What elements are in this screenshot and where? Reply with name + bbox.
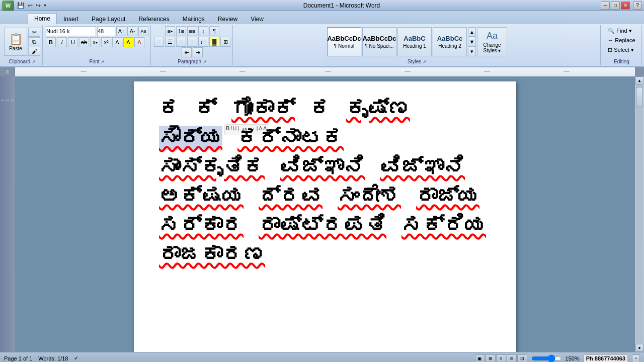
word-ka1: ಕ xyxy=(159,97,180,121)
help-button[interactable]: ? xyxy=(633,2,642,10)
find-button[interactable]: 🔍 Find ▾ xyxy=(606,26,637,35)
word-karnataka: ಕರ್ನಾಟಕ xyxy=(237,126,344,150)
font-size-input[interactable] xyxy=(97,26,115,36)
quick-access-more[interactable]: ▾ xyxy=(44,3,46,8)
tab-references[interactable]: References xyxy=(132,13,176,24)
underline-button[interactable]: U xyxy=(68,37,78,47)
window-title: Document1 - Microsoft Word xyxy=(83,2,601,9)
tab-home[interactable]: Home xyxy=(28,13,57,24)
show-para-button[interactable]: ¶ xyxy=(209,26,219,36)
align-right-button[interactable]: ≡ xyxy=(176,37,186,47)
grow-font-button[interactable]: A+ xyxy=(116,26,126,36)
spell-check-icon[interactable]: ✓ xyxy=(74,355,78,361)
zoom-in-button[interactable]: + xyxy=(632,354,640,363)
ribbon-tabs: Home Insert Page Layout References Maili… xyxy=(0,11,644,24)
word-rajakarana: ರಾಜಕಾರಣ xyxy=(159,242,265,266)
increase-indent-button[interactable]: ⇥ xyxy=(193,47,203,57)
style-normal-button[interactable]: AaBbCcDc ¶ Normal xyxy=(327,27,361,56)
word-sakriya: ಸಕ್ರಿಯ xyxy=(401,213,486,237)
word-krishna: ಕೃಷ್ಣ xyxy=(346,97,410,121)
quick-access-redo[interactable]: ↪ xyxy=(36,2,41,9)
clipboard-label: Clipboard ↗ xyxy=(2,59,42,64)
clear-format-button[interactable]: Aa xyxy=(138,26,148,36)
draft-view-button[interactable]: ⊡ xyxy=(517,354,527,363)
web-layout-button[interactable]: ≡ xyxy=(496,354,506,363)
tab-insert[interactable]: Insert xyxy=(57,13,85,24)
phone-number: Ph 8867744063 xyxy=(584,354,628,363)
zoom-level: 150% xyxy=(566,355,580,361)
quick-access-undo[interactable]: ↩ xyxy=(28,2,33,9)
bold-button[interactable]: B xyxy=(46,37,56,47)
document[interactable]: B I U | 48 | AA ಕ ಕ್ ಗೋಕಾಕ್ ಕ ಕೃಷ್ಣ ಸೌರ್… xyxy=(134,81,516,352)
styles-more[interactable]: ▾ xyxy=(468,47,476,56)
document-area: B I U | 48 | AA ಕ ಕ್ ಗೋಕಾಕ್ ಕ ಕೃಷ್ಣ ಸೌರ್… xyxy=(15,76,635,352)
quick-access-save[interactable]: 💾 xyxy=(17,2,25,9)
tab-review[interactable]: Review xyxy=(211,13,244,24)
word-gokak: ಗೋಕಾಕ್ xyxy=(231,97,295,121)
office-icon: W xyxy=(2,1,14,11)
shrink-font-button[interactable]: A- xyxy=(127,26,137,36)
tab-view[interactable]: View xyxy=(244,13,270,24)
font-group: A+ A- Aa B I U ab x₂ x² A A A xyxy=(44,25,151,65)
word-ka3: ಕ xyxy=(310,97,331,121)
zoom-slider[interactable] xyxy=(531,355,561,361)
style-heading2-button[interactable]: AaBbCc Heading 2 xyxy=(433,27,467,56)
editing-group: 🔍 Find ▾ ↔ Replace ⊡ Select ▾ Editing xyxy=(602,25,642,65)
right-scrollbar: ▲ ▼ xyxy=(635,76,644,352)
font-name-input[interactable] xyxy=(46,26,96,36)
bullets-button[interactable]: ≡• xyxy=(165,26,175,36)
subscript-button[interactable]: x₂ xyxy=(90,37,100,47)
align-left-button[interactable]: ≡ xyxy=(154,37,164,47)
sort-button[interactable]: ↕ xyxy=(198,26,208,36)
decrease-indent-button[interactable]: ⇤ xyxy=(182,47,192,57)
numbering-button[interactable]: 1≡ xyxy=(176,26,186,36)
copy-button[interactable]: ⧉ xyxy=(28,37,40,46)
outline-view-button[interactable]: ≋ xyxy=(507,354,517,363)
align-center-button[interactable]: ☰ xyxy=(165,37,175,47)
style-heading1-button[interactable]: AaBbC Heading 1 xyxy=(397,27,432,56)
font-effects-button[interactable]: A xyxy=(112,37,122,47)
outline-button[interactable]: ≡≡ xyxy=(187,26,197,36)
word-sarkara: ಸರ್ಕಾರ xyxy=(159,213,244,237)
replace-button[interactable]: ↔ Replace xyxy=(606,36,637,45)
borders-button[interactable]: ⊞ xyxy=(220,37,230,47)
clipboard-group: 📋 Paste ✂ ⧉ 🖌 Clipboard ↗ xyxy=(2,25,43,65)
print-layout-button[interactable]: ▣ xyxy=(475,354,485,363)
styles-scroll-down[interactable]: ▼ xyxy=(468,37,476,46)
cut-button[interactable]: ✂ xyxy=(28,28,40,37)
font-color-button[interactable]: A xyxy=(134,37,144,47)
tab-page-layout[interactable]: Page Layout xyxy=(85,13,132,24)
styles-scroll-up[interactable]: ▲ xyxy=(468,27,476,37)
page-indicator: Page 1 of 1 xyxy=(4,355,32,361)
maximize-button[interactable]: □ xyxy=(611,2,620,10)
italic-button[interactable]: I xyxy=(57,37,67,47)
minimize-button[interactable]: ─ xyxy=(601,2,610,10)
ruler-toggle[interactable]: ⊞ xyxy=(0,67,15,76)
full-screen-button[interactable]: ⊞ xyxy=(486,354,496,363)
scroll-thumb[interactable] xyxy=(636,87,643,107)
ruler-right-cap xyxy=(635,67,644,76)
select-button[interactable]: ⊡ Select ▾ xyxy=(606,45,637,54)
style-no-spacing-button[interactable]: AaBbCcDc ¶ No Spaci... xyxy=(362,27,396,56)
scroll-track[interactable] xyxy=(635,84,643,344)
format-painter-button[interactable]: 🖌 xyxy=(28,47,40,56)
highlight-button[interactable]: A xyxy=(123,37,133,47)
tab-mailings[interactable]: Mailings xyxy=(176,13,211,24)
font-label: Font ↗ xyxy=(44,59,150,64)
editing-label: Editing xyxy=(602,59,641,64)
line-spacing-button[interactable]: ↕≡ xyxy=(198,37,208,47)
paste-button[interactable]: 📋 Paste xyxy=(4,28,27,56)
superscript-button[interactable]: x² xyxy=(101,37,111,47)
close-button[interactable]: ✕ xyxy=(621,2,630,10)
text-line-2: ಸೌರ್ಯ ಕರ್ನಾಟಕ xyxy=(159,126,491,150)
justify-button[interactable]: ≡ xyxy=(187,37,197,47)
shading-button[interactable]: ▓ xyxy=(209,37,219,47)
word-count: Words: 1/18 xyxy=(38,355,68,361)
word-vijnani2: ವಿಜ್ಞಾನಿ xyxy=(380,155,465,179)
strikethrough-button[interactable]: ab xyxy=(79,37,89,47)
text-line-4: ಅಕ್ಷಯ ದ್ರವ ಸಂದೇಶ ರಾಜ್ಯ xyxy=(159,184,491,208)
scroll-up-button[interactable]: ▲ xyxy=(635,76,643,84)
scroll-down-button[interactable]: ▼ xyxy=(635,344,643,352)
change-styles-button[interactable]: Aa ChangeStyles ▾ xyxy=(477,27,507,56)
word-ka2: ಕ್ xyxy=(195,97,216,121)
